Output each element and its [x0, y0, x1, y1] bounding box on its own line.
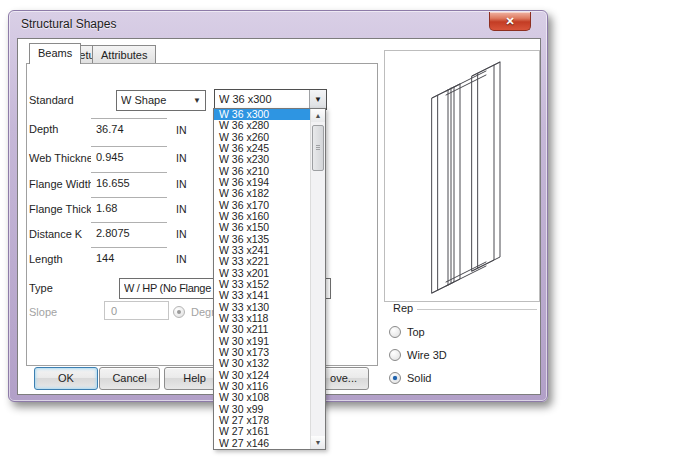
size-dropdown-items: W 36 x300W 36 x280W 36 x260W 36 x245W 36…: [214, 109, 310, 449]
rep-group-label: Rep: [393, 302, 413, 314]
window-title: Structural Shapes: [21, 17, 116, 31]
beam-preview-drawing: [385, 51, 541, 303]
rep-radio-solid[interactable]: Solid: [389, 366, 447, 389]
rep-group-rule: [417, 309, 537, 310]
rep-radio-top[interactable]: Top: [389, 320, 447, 343]
length-label: Length: [29, 253, 63, 265]
dropdown-item[interactable]: W 36 x230: [214, 154, 310, 165]
scrollbar-grip-icon: [316, 145, 320, 150]
cancel-button[interactable]: Cancel: [99, 367, 160, 390]
type-label: Type: [29, 282, 53, 294]
dropdown-item[interactable]: W 27 x161: [214, 426, 310, 437]
radio-icon: [389, 326, 401, 338]
dropdown-item[interactable]: W 36 x182: [214, 188, 310, 199]
size-combo-dropdown-button[interactable]: ▼: [309, 90, 326, 109]
dropdown-item[interactable]: W 30 x132: [214, 358, 310, 369]
titlebar[interactable]: Structural Shapes ✕: [9, 11, 547, 38]
chevron-down-icon: ▼: [193, 96, 201, 105]
standard-label: Standard: [29, 94, 74, 106]
depth-label: Depth: [29, 123, 58, 135]
dropdown-item[interactable]: W 36 x150: [214, 222, 310, 233]
distance-k-unit: IN: [176, 228, 187, 240]
rep-radio-label: Top: [407, 326, 425, 338]
ok-button[interactable]: OK: [34, 367, 98, 390]
dropdown-item[interactable]: W 30 x211: [214, 324, 310, 335]
size-dropdown-list: W 36 x300W 36 x280W 36 x260W 36 x245W 36…: [213, 108, 326, 450]
scroll-down-icon[interactable]: ▼: [311, 436, 325, 449]
chevron-down-icon: ▼: [314, 95, 322, 104]
size-combo[interactable]: W 36 x300 ▼: [214, 89, 327, 110]
shape-preview-panel: [384, 50, 540, 302]
scroll-up-icon[interactable]: ▲: [311, 109, 325, 122]
dropdown-scrollbar[interactable]: ▲ ▼: [310, 109, 325, 449]
rep-radio-wire-3d[interactable]: Wire 3D: [389, 343, 447, 366]
tab-beams[interactable]: Beams: [29, 43, 81, 64]
slope-label: Slope: [29, 306, 57, 318]
radio-icon: [173, 306, 185, 318]
radio-icon: [389, 349, 401, 361]
dropdown-item[interactable]: W 27 x146: [214, 438, 310, 449]
web-thickness-field[interactable]: 0.945: [91, 146, 167, 167]
rep-radio-label: Wire 3D: [407, 349, 447, 361]
rep-radio-group: TopWire 3DSolid: [389, 320, 447, 389]
shape-type-value: W Shape: [121, 91, 187, 110]
web-thickness-unit: IN: [176, 152, 187, 164]
shape-type-combo[interactable]: W Shape ▼: [116, 90, 206, 111]
dropdown-item[interactable]: W 33 x221: [214, 256, 310, 267]
flange-thickness-field[interactable]: 1.68: [91, 197, 167, 218]
size-combo-value: W 36 x300: [219, 90, 308, 109]
dropdown-item[interactable]: W 33 x141: [214, 290, 310, 301]
flange-width-field[interactable]: 16.655: [91, 172, 167, 193]
radio-icon: [389, 372, 401, 384]
screen: Structural Shapes ✕ Beams Setup Attribut…: [0, 0, 693, 472]
slope-field: 0: [104, 301, 169, 320]
length-field[interactable]: 144: [91, 247, 167, 268]
tab-attributes[interactable]: Attributes: [92, 45, 156, 64]
close-icon[interactable]: ✕: [489, 12, 531, 31]
distance-k-field[interactable]: 2.8075: [91, 222, 167, 243]
flange-width-unit: IN: [176, 178, 187, 190]
depth-unit: IN: [176, 124, 187, 136]
flange-width-label: Flange Width: [29, 178, 94, 190]
dropdown-item[interactable]: W 36 x280: [214, 120, 310, 131]
depth-field[interactable]: 36.74: [91, 118, 167, 139]
dropdown-item[interactable]: W 30 x108: [214, 392, 310, 403]
rep-radio-label: Solid: [407, 372, 431, 384]
distance-k-label: Distance K: [29, 228, 82, 240]
scrollbar-thumb[interactable]: [312, 125, 324, 171]
flange-thickness-unit: IN: [176, 203, 187, 215]
length-unit: IN: [176, 253, 187, 265]
